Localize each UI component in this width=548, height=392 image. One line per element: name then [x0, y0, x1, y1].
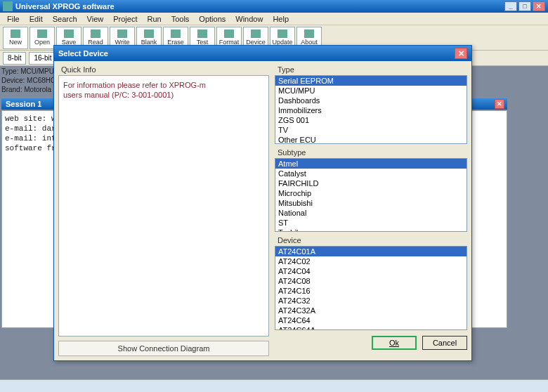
list-item[interactable]: Atmel: [275, 159, 467, 169]
save-icon: [64, 30, 74, 38]
list-item[interactable]: AT24C64A: [275, 325, 467, 330]
session-title: Session 1: [6, 100, 41, 108]
quick-info-label: Quick Info: [58, 65, 269, 74]
quick-info-line: For information please refer to XPROG-m: [63, 80, 264, 90]
about-icon: [304, 30, 314, 38]
list-item[interactable]: FAIRCHILD: [275, 178, 467, 188]
dialog-buttons: Ok Cancel: [275, 336, 467, 350]
menu-project[interactable]: Project: [109, 14, 141, 24]
list-item[interactable]: AT24C32: [275, 296, 467, 306]
type-listbox[interactable]: Serial EEPROMMCU/MPUDashboardsImmobilize…: [275, 75, 467, 144]
minimize-button[interactable]: _: [504, 1, 517, 11]
quick-info-box: For information please refer to XPROG-m …: [58, 75, 269, 337]
device-group: Device AT24C01AAT24C02AT24C04AT24C08AT24…: [275, 236, 467, 330]
blank-icon: [144, 30, 154, 38]
dialog-close-button[interactable]: ✕: [455, 48, 467, 59]
bitmode-16[interactable]: 16-bit: [29, 52, 56, 65]
menu-file[interactable]: File: [3, 14, 24, 24]
ok-button[interactable]: Ok: [372, 336, 417, 350]
app-title: Universal XPROG software: [15, 2, 504, 11]
menu-search[interactable]: Search: [48, 14, 81, 24]
close-button[interactable]: ✕: [533, 1, 545, 11]
list-item[interactable]: Catalyst: [275, 169, 467, 178]
list-item[interactable]: Other ECU: [275, 135, 467, 144]
list-item[interactable]: AT24C08: [275, 276, 467, 286]
list-item[interactable]: AT24C04: [275, 266, 467, 276]
update-icon: [278, 30, 287, 38]
list-item[interactable]: ZGS 001: [275, 115, 467, 125]
type-label: Type: [275, 65, 467, 74]
subtype-listbox[interactable]: AtmelCatalystFAIRCHILDMicrochipMitsubish…: [275, 158, 467, 232]
list-item[interactable]: AT24C02: [275, 256, 467, 266]
menu-tools[interactable]: Tools: [167, 14, 194, 24]
list-item[interactable]: Toshiba: [275, 228, 467, 232]
list-item[interactable]: Mitsubishi: [275, 198, 467, 208]
quick-info-line: users manual (P/C: 3-001-0001): [63, 90, 264, 100]
app-window: Universal XPROG software _ □ ✕ File Edit…: [0, 0, 548, 392]
dialog-title: Select Device: [58, 49, 455, 58]
list-item[interactable]: Serial EEPROM: [275, 76, 467, 86]
ok-label: Ok: [389, 339, 399, 347]
bitmode-8[interactable]: 8-bit: [3, 52, 26, 65]
show-connection-diagram-button[interactable]: Show Connection Diagram: [58, 341, 269, 356]
new-icon: [11, 30, 20, 38]
window-buttons: _ □ ✕: [504, 1, 545, 11]
dialog-titlebar: Select Device ✕: [54, 46, 471, 61]
tb-new[interactable]: New: [3, 27, 28, 49]
list-item[interactable]: Microchip: [275, 188, 467, 198]
list-item[interactable]: AT24C01A: [275, 247, 467, 256]
dialog-body: Quick Info For information please refer …: [54, 61, 471, 360]
type-group: Type Serial EEPROMMCU/MPUDashboardsImmob…: [275, 65, 467, 144]
menu-edit[interactable]: Edit: [25, 14, 47, 24]
list-item[interactable]: National: [275, 208, 467, 218]
read-icon: [91, 30, 100, 38]
dialog-right: Type Serial EEPROMMCU/MPUDashboardsImmob…: [275, 65, 467, 356]
write-icon: [117, 30, 127, 38]
cancel-button[interactable]: Cancel: [422, 336, 467, 350]
select-device-dialog: Select Device ✕ Quick Info For informati…: [53, 45, 472, 361]
open-icon: [37, 30, 47, 38]
subtype-label: Subtype: [275, 148, 467, 157]
menu-help[interactable]: Help: [268, 14, 293, 24]
titlebar: Universal XPROG software _ □ ✕: [0, 0, 548, 13]
list-item[interactable]: AT24C64: [275, 315, 467, 325]
list-item[interactable]: AT24C32A: [275, 306, 467, 315]
subtype-group: Subtype AtmelCatalystFAIRCHILDMicrochipM…: [275, 148, 467, 232]
maximize-button[interactable]: □: [518, 1, 531, 11]
tb-open-label: Open: [34, 39, 50, 46]
device-icon: [251, 30, 261, 38]
list-item[interactable]: Immobilizers: [275, 105, 467, 115]
test-icon: [197, 30, 207, 38]
list-item[interactable]: AT24C16: [275, 286, 467, 296]
device-label: Device: [275, 236, 467, 244]
erase-icon: [171, 30, 181, 38]
menu-run[interactable]: Run: [143, 14, 165, 24]
device-listbox[interactable]: AT24C01AAT24C02AT24C04AT24C08AT24C16AT24…: [275, 246, 467, 330]
tb-open[interactable]: Open: [30, 27, 55, 49]
format-icon: [224, 30, 234, 38]
app-icon: [3, 1, 13, 11]
tb-new-label: New: [9, 39, 22, 46]
taskbar: [0, 379, 548, 392]
menu-window[interactable]: Window: [231, 14, 267, 24]
menu-view[interactable]: View: [83, 14, 108, 24]
list-item[interactable]: TV: [275, 125, 467, 135]
list-item[interactable]: Dashboards: [275, 96, 467, 105]
list-item[interactable]: MCU/MPU: [275, 86, 467, 96]
list-item[interactable]: ST: [275, 218, 467, 228]
menu-options[interactable]: Options: [195, 14, 230, 24]
session-close-button[interactable]: ✕: [495, 99, 504, 109]
dialog-left: Quick Info For information please refer …: [58, 65, 269, 356]
menubar: File Edit Search View Project Run Tools …: [0, 13, 548, 25]
